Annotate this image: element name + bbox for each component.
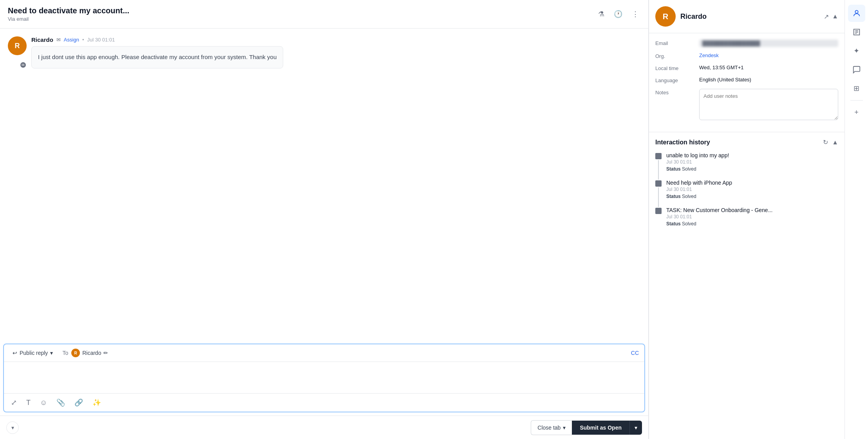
collapse-icon[interactable]: ▲ [832,13,838,20]
notes-textarea[interactable] [699,89,838,120]
history-item[interactable]: unable to log into my app! Jul 30 01:01 … [655,152,838,172]
close-tab-label: Close tab [537,425,561,431]
conversation-area: R ✉ Ricardo ✉ Assign • Jul 30 01:01 I ju… [0,29,648,344]
reply-type-button[interactable]: ↩ Public reply ▾ [9,348,56,358]
history-time: Jul 30 01:01 [666,187,732,192]
history-status: Status Solved [666,166,729,172]
history-icon[interactable]: 🕐 [612,8,624,20]
message-meta: Ricardo ✉ Assign • Jul 30 01:01 [31,36,283,43]
close-tab-button[interactable]: Close tab ▾ [531,420,572,435]
history-content: Need help with iPhone App Jul 30 01:01 S… [666,180,732,199]
email-label: Email [655,40,694,46]
recipient-name: Ricardo [82,350,101,356]
email-row: Email ████████████████ [655,40,838,47]
history-time: Jul 30 01:01 [666,214,772,219]
history-status: Status Solved [666,194,732,199]
right-user-panel: R Ricardo ↗ ▲ Email ████████████████ Org… [649,0,844,439]
user-details: Email ████████████████ Org. Zendesk Loca… [649,33,844,132]
interaction-history-section: Interaction history ↻ ▲ unable to log in… [649,132,844,241]
sidebar-icon-chat[interactable] [848,61,865,78]
sidebar-icon-sparkle[interactable]: ✦ [848,42,865,59]
user-name-large: Ricardo [680,13,819,21]
language-value: English (United States) [699,77,838,83]
external-link-icon[interactable]: ↗ [824,13,829,20]
reply-icon: ↩ [13,350,17,356]
recipient-avatar: R [71,349,80,357]
reply-text-area[interactable] [4,362,644,393]
message-content: Ricardo ✉ Assign • Jul 30 01:01 I just d… [31,36,283,68]
filter-icon[interactable]: ⚗ [597,8,606,20]
section-actions: ↻ ▲ [823,139,838,146]
sidebar-icon-grid[interactable]: ⊞ [848,80,865,97]
reply-type-chevron: ▾ [50,350,53,356]
email-value: ████████████████ [699,40,838,47]
language-label: Language [655,77,694,83]
bottom-bar: ▾ Close tab ▾ Submit as Open ▾ [0,416,648,439]
interaction-history-title: Interaction history [655,139,710,146]
collapse-history-icon[interactable]: ▲ [832,139,838,146]
avatar-badge: ✉ [20,61,27,68]
org-value[interactable]: Zendesk [699,52,838,58]
history-title: TASK: New Customer Onboarding - Gene... [666,207,772,213]
org-label: Org. [655,52,694,59]
close-tab-chevron: ▾ [563,425,566,431]
email-icon: ✉ [56,37,61,43]
reply-type-label: Public reply [20,350,48,356]
reply-to-recipient: R Ricardo ✏ [71,349,108,357]
user-avatar-large: R [655,6,676,27]
message-time: • [82,37,84,43]
assign-button[interactable]: Assign [64,37,79,43]
sidebar-divider [850,100,863,101]
history-title: Need help with iPhone App [666,180,732,186]
ticket-title-area: Need to deactivate my account... Via ema… [8,6,129,22]
history-item[interactable]: Need help with iPhone App Jul 30 01:01 S… [655,180,838,199]
history-status: Status Solved [666,221,772,227]
ticket-subtitle: Via email [8,16,129,22]
avatar: R ✉ [8,36,27,68]
history-dot [655,153,662,159]
sidebar-icon-book[interactable] [848,23,865,41]
local-time-value: Wed, 13:55 GMT+1 [699,65,838,70]
link-icon[interactable]: 🔗 [73,397,85,408]
history-list: unable to log into my app! Jul 30 01:01 … [655,152,838,227]
history-title: unable to log into my app! [666,152,729,158]
attachment-icon[interactable]: 📎 [55,397,67,408]
submit-dropdown-button[interactable]: ▾ [629,421,642,435]
cc-button[interactable]: CC [631,350,639,356]
emoji-icon[interactable]: ☺ [38,397,49,408]
history-time: Jul 30 01:01 [666,159,729,165]
ticket-header: Need to deactivate my account... Via ema… [0,0,648,29]
language-row: Language English (United States) [655,77,838,83]
history-dot [655,208,662,214]
reply-to-label: To [62,350,68,356]
interaction-history-header: Interaction history ↻ ▲ [655,139,838,146]
text-format-icon[interactable]: T [25,397,32,408]
message-item: R ✉ Ricardo ✉ Assign • Jul 30 01:01 I ju… [8,36,640,68]
refresh-icon[interactable]: ↻ [823,139,828,146]
reply-toolbar-top: ↩ Public reply ▾ To R Ricardo ✏ CC [4,344,644,362]
history-item[interactable]: TASK: New Customer Onboarding - Gene... … [655,207,838,227]
submit-button[interactable]: Submit as Open [572,421,629,435]
scroll-up-button[interactable]: ▾ [6,421,19,434]
notes-row: Notes [655,89,838,120]
message-bubble: I just dont use this app enough. Please … [31,46,283,68]
expand-icon[interactable]: ⤢ [9,397,18,408]
sidebar-icon-add[interactable]: + [848,104,865,121]
history-content: unable to log into my app! Jul 30 01:01 … [666,152,729,172]
history-dot [655,180,662,187]
notes-label: Notes [655,89,694,95]
magic-icon[interactable]: ✨ [91,397,103,408]
right-sidebar: ✦ ⊞ + [844,0,868,439]
reply-box: ↩ Public reply ▾ To R Ricardo ✏ CC ⤢ T ☺… [3,344,645,412]
sidebar-icon-user[interactable] [848,5,865,22]
message-author: Ricardo [31,36,53,43]
svg-point-0 [855,11,858,13]
more-options-icon[interactable]: ⋮ [630,8,640,20]
org-row: Org. Zendesk [655,52,838,59]
submit-area: Close tab ▾ Submit as Open ▾ [531,420,642,435]
user-header-actions: ↗ ▲ [824,13,838,20]
ticket-main-panel: Need to deactivate my account... Via ema… [0,0,649,439]
reply-toolbar-bottom: ⤢ T ☺ 📎 🔗 ✨ [4,393,644,412]
edit-recipient-icon[interactable]: ✏ [103,350,108,356]
ticket-title: Need to deactivate my account... [8,6,129,15]
